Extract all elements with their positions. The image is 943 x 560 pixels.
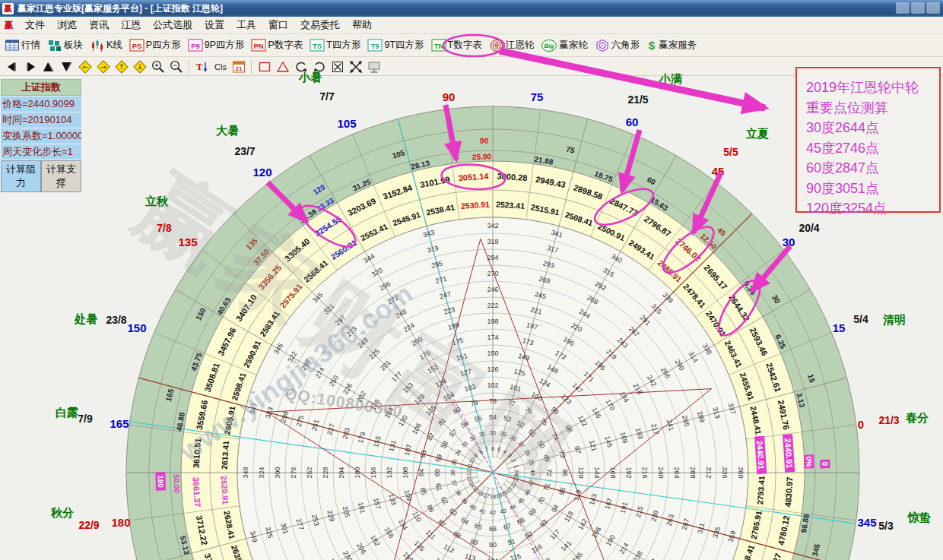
wheel-rim-label-立夏: 立夏 [746, 127, 769, 141]
svg-text:48: 48 [529, 470, 536, 476]
svg-text:144: 144 [593, 467, 601, 478]
annotation-line-3: 45度2746点 [806, 138, 939, 159]
toolbar-item-t9[interactable]: T99T四方形 [367, 39, 424, 52]
toolbar-item-dollar[interactable]: $赢家服务 [646, 39, 697, 52]
wheel-integer-label: 198 [487, 318, 498, 325]
fit-icon[interactable] [347, 59, 365, 74]
wheel-rim-label-春分: 春分 [906, 411, 929, 426]
nav-down-icon[interactable] [58, 59, 76, 74]
wheel-integer-label: 42 [490, 509, 496, 516]
menu-item-9[interactable]: 帮助 [346, 17, 378, 32]
tn-icon: TN [431, 39, 448, 52]
svg-text:114: 114 [487, 557, 498, 560]
menu-item-4[interactable]: 公式选股 [147, 17, 198, 32]
zoom-in-icon[interactable] [149, 59, 167, 74]
svg-text:→: → [100, 63, 106, 71]
wheel-integer-label: 126 [487, 365, 498, 373]
nav-up-icon[interactable] [40, 59, 58, 74]
calc-support-button[interactable]: 计算支撑 [41, 160, 81, 192]
wheel-rim-label-23/8: 23/8 [106, 314, 126, 326]
svg-text:348: 348 [242, 467, 249, 478]
svg-text:T: T [196, 61, 203, 72]
svg-text:72: 72 [545, 469, 553, 476]
svg-text:PN: PN [254, 41, 264, 49]
toolbar-item-label: 赢家服务 [659, 39, 697, 52]
svg-text:168: 168 [609, 467, 617, 478]
menu-item-8[interactable]: 交易委托 [294, 17, 346, 32]
wheel-rim-label-105: 105 [337, 117, 356, 130]
dia-right-icon[interactable]: → [94, 59, 113, 74]
calc-resistance-button[interactable]: 计算阻力 [1, 160, 41, 192]
t-down-icon[interactable]: T [193, 59, 211, 74]
toolbar-item-kline[interactable]: K线 [90, 39, 122, 52]
wheel-percent-label: 0% [804, 454, 814, 468]
nav-left-icon[interactable] [3, 59, 21, 74]
wheel-degree-label: 0 [820, 460, 830, 469]
svg-text:6: 6 [491, 445, 494, 452]
svg-text:180: 180 [156, 475, 164, 488]
toolbar-item-label: T数字表 [448, 39, 482, 52]
toolbar-item-hex[interactable]: 六角形 [595, 39, 640, 52]
toolbar-item-wheel[interactable]: 江恩轮 [489, 39, 535, 52]
wheel-rim-label-白露: 白露 [56, 406, 78, 420]
wheel-rim-label-21/5: 21/5 [627, 93, 648, 106]
menu-app-icon: 赢 [3, 20, 14, 31]
wheel-integer-label: 336 [721, 467, 729, 478]
toolbar-item-ts[interactable]: TST四方形 [310, 39, 360, 52]
wheel-icon [489, 39, 506, 52]
toolbar-item-pn[interactable]: PNP数字表 [251, 39, 303, 52]
wheel-rim-label-15: 15 [833, 321, 846, 334]
toolbar-item-tn[interactable]: TNT数字表 [431, 39, 482, 52]
calendar-icon[interactable]: 21 [230, 59, 248, 74]
minimize-button[interactable] [896, 2, 910, 14]
wheel-integer-label: 180 [354, 467, 361, 478]
panel-row-1: 时间=20190104 [1, 112, 81, 128]
panel-row-3: 周天变化步长=1 [1, 144, 81, 160]
toolbar-item-ps[interactable]: PSP四方形 [129, 39, 181, 52]
toolbar-main: 行情板块K线PSP四方形P99P四方形PNP数字表TST四方形T99T四方形TN… [0, 34, 943, 57]
menu-item-1[interactable]: 浏览 [51, 17, 83, 32]
menu-item-2[interactable]: 资讯 [83, 17, 115, 32]
wheel-integer-label: 276 [290, 467, 297, 478]
menu-item-6[interactable]: 工具 [230, 17, 262, 32]
rect-icon[interactable] [256, 59, 274, 74]
svg-text:90: 90 [480, 136, 489, 144]
toolbar-item-big[interactable]: Big赢家轮 [541, 39, 588, 52]
grid-icon [5, 39, 21, 52]
svg-text:21: 21 [236, 65, 243, 71]
svg-text:174: 174 [487, 334, 498, 341]
wheel-rim-label-165: 165 [110, 417, 129, 430]
wheel-rim-label-30: 30 [783, 236, 795, 248]
menu-item-3[interactable]: 江恩 [115, 17, 147, 32]
toolbar-item-grid[interactable]: 行情 [5, 39, 40, 52]
menu-item-0[interactable]: 文件 [19, 17, 51, 32]
wheel-price-inner: 2613.41 [220, 440, 230, 470]
svg-text:2440.91: 2440.91 [755, 441, 766, 470]
zoom-out-icon[interactable] [167, 59, 186, 74]
wheel-integer-label: 300 [274, 467, 281, 478]
menu-item-5[interactable]: 设置 [198, 17, 230, 32]
wheel-rim-label-7/9: 7/9 [78, 413, 92, 425]
wheel-integer-label: 168 [609, 467, 617, 478]
wheel-rim-label-0: 0 [858, 418, 864, 431]
wheel-percent-label: 50.00 [172, 474, 181, 494]
nav-right-icon[interactable] [21, 59, 40, 74]
triangle-icon[interactable] [274, 59, 292, 74]
svg-text:78: 78 [489, 397, 497, 405]
svg-text:264: 264 [673, 467, 681, 478]
svg-text:204: 204 [338, 467, 345, 478]
dia-up-icon[interactable]: ↑ [113, 59, 131, 74]
wheel-integer-label: 360 [737, 467, 745, 478]
screen-icon[interactable] [365, 59, 383, 74]
maximize-button[interactable] [911, 2, 925, 14]
wheel-integer-label: 108 [402, 467, 409, 478]
box-x-icon[interactable] [329, 59, 347, 74]
wheel-rim-label-60: 60 [626, 115, 639, 128]
toolbar-item-p9[interactable]: P99P四方形 [188, 39, 245, 52]
toolbar-item-blocks[interactable]: 板块 [47, 39, 83, 52]
dia-down-icon[interactable]: ↓ [131, 59, 149, 74]
dia-left-icon[interactable]: ← [76, 59, 94, 74]
cls-icon[interactable]: Cls [211, 59, 230, 74]
close-button[interactable] [926, 2, 940, 14]
menu-item-7[interactable]: 窗口 [262, 17, 294, 32]
